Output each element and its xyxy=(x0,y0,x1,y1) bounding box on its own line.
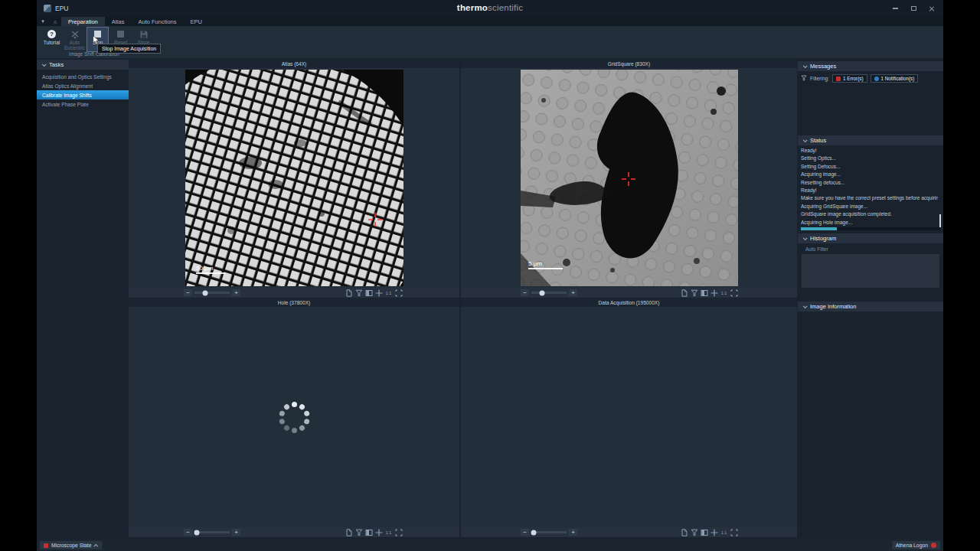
atlas-image-area[interactable]: 50 μm xyxy=(129,68,459,288)
zoom-slider-handle[interactable] xyxy=(194,530,199,535)
tab-atlas[interactable]: Atlas xyxy=(105,17,132,26)
snapshot-icon[interactable] xyxy=(680,289,688,297)
status-message-list: Ready! Setting Optics... Setting Defocus… xyxy=(801,147,938,227)
task-item-acquisition-optics[interactable]: Acquisition and Optics Settings xyxy=(37,72,129,81)
one-to-one-icon[interactable]: 1:1 xyxy=(384,528,393,536)
zoom-slider-handle[interactable] xyxy=(531,530,536,535)
zoom-out-button[interactable]: − xyxy=(521,529,529,536)
contrast-icon[interactable] xyxy=(700,289,708,297)
microscope-state-button[interactable]: Microscope State xyxy=(40,541,102,549)
panel-title: GridSquare (830X) xyxy=(461,60,797,68)
center-marker-icon[interactable] xyxy=(374,289,383,297)
one-to-one-icon[interactable]: 1:1 xyxy=(384,289,393,297)
tooltip: Stop Image Acquisition xyxy=(97,44,161,54)
fit-to-screen-icon[interactable] xyxy=(730,528,738,536)
status-line: Acquiring image... xyxy=(801,171,938,178)
panel-toolbar: − + 1:1 xyxy=(461,527,797,537)
zoom-slider-handle[interactable] xyxy=(202,290,207,295)
snapshot-icon[interactable] xyxy=(345,289,353,297)
tab-preparation[interactable]: Preparation xyxy=(61,17,105,26)
tutorial-button[interactable]: ? Tutorial xyxy=(41,28,62,51)
zoom-slider[interactable] xyxy=(194,292,230,294)
gridsquare-image-area[interactable]: 5 μm xyxy=(461,68,797,288)
panel-data-acquisition: Data Acquisition (195000X) − + 1:1 xyxy=(461,298,797,537)
one-to-one-icon[interactable]: 1:1 xyxy=(720,289,728,297)
status-line: Ready! xyxy=(801,147,938,155)
task-item-activate-phase-plate[interactable]: Activate Phase Plate xyxy=(37,99,129,109)
center-marker-icon[interactable] xyxy=(710,289,718,297)
zoom-slider[interactable] xyxy=(531,292,567,294)
tasks-header[interactable]: Tasks xyxy=(37,60,129,70)
status-header[interactable]: Status xyxy=(798,135,943,145)
fit-to-screen-icon[interactable] xyxy=(394,289,403,297)
tasks-sidebar: Tasks Acquisition and Optics Settings At… xyxy=(37,60,129,540)
tab-epu[interactable]: EPU xyxy=(184,17,209,26)
one-to-one-icon[interactable]: 1:1 xyxy=(720,528,728,536)
task-item-atlas-optics[interactable]: Atlas Optics Alignment xyxy=(37,81,129,90)
panel-title: Data Acquisition (195000X) xyxy=(461,298,797,307)
maximize-icon[interactable] xyxy=(910,5,917,12)
error-filter-badge[interactable]: 1 Error(s) xyxy=(832,74,867,83)
status-line: Setting Optics... xyxy=(801,155,938,162)
app-icon xyxy=(44,5,51,12)
snapshot-icon[interactable] xyxy=(345,528,353,536)
auto-filter-checkbox[interactable]: Auto Filter xyxy=(805,246,828,252)
store-icon xyxy=(139,29,149,39)
panel-toolbar: − + 1:1 xyxy=(461,288,797,298)
zoom-out-button[interactable]: − xyxy=(184,289,192,296)
zoom-out-button[interactable]: − xyxy=(521,289,529,296)
athena-logon-button[interactable]: Athena Logon xyxy=(892,541,940,549)
chevron-down-icon xyxy=(803,304,808,308)
minimize-icon[interactable] xyxy=(891,5,899,12)
image-information-header[interactable]: Image Information xyxy=(798,302,943,311)
filter-icon[interactable] xyxy=(354,289,363,297)
status-line: GridSquare image acquisition completed. xyxy=(801,210,938,218)
tab-auto-functions[interactable]: Auto Functions xyxy=(131,17,183,26)
close-icon[interactable] xyxy=(928,5,936,12)
zoom-slider[interactable] xyxy=(531,531,567,533)
contrast-icon[interactable] xyxy=(364,528,373,536)
contrast-icon[interactable] xyxy=(700,528,708,536)
panel-atlas: Atlas (64X) 5 xyxy=(129,60,459,298)
eucentric-icon xyxy=(70,29,80,39)
contrast-icon[interactable] xyxy=(364,289,373,297)
data-acquisition-image-area[interactable] xyxy=(461,307,797,527)
auto-eucentric-button[interactable]: Auto Eucentric xyxy=(64,28,85,51)
menu-caret-icon[interactable]: ▾ xyxy=(37,17,49,26)
ribbon-toolbar: ? Tutorial Auto Eucentric Stop Reset xyxy=(37,26,943,58)
zoom-slider[interactable] xyxy=(194,531,230,533)
task-item-calibrate-image-shifts[interactable]: Calibrate Image Shifts xyxy=(37,90,129,99)
center-marker-icon[interactable] xyxy=(374,528,383,536)
chevron-up-icon xyxy=(93,543,98,548)
fit-to-screen-icon[interactable] xyxy=(730,289,738,297)
zoom-in-button[interactable]: + xyxy=(232,529,240,536)
acquisition-progress-bar xyxy=(801,227,940,230)
notification-filter-badge[interactable]: 1 Notification(s) xyxy=(871,74,919,83)
fit-to-screen-icon[interactable] xyxy=(394,528,403,536)
zoom-out-button[interactable]: − xyxy=(184,529,192,536)
atlas-image[interactable]: 50 μm xyxy=(185,70,403,286)
histogram-header[interactable]: Histogram xyxy=(798,233,943,243)
zoom-in-button[interactable]: + xyxy=(569,529,577,536)
zoom-in-button[interactable]: + xyxy=(569,289,577,296)
messages-header[interactable]: Messages xyxy=(798,61,943,71)
filter-icon[interactable] xyxy=(690,289,698,297)
chevron-down-icon xyxy=(803,138,808,142)
status-line: Resetting defocus... xyxy=(801,179,938,187)
right-sidebar: Messages Filtering: 1 Error(s) 1 Notific… xyxy=(798,58,943,540)
zoom-in-button[interactable]: + xyxy=(232,289,240,296)
hole-image-area[interactable] xyxy=(129,307,459,527)
filter-icon[interactable] xyxy=(690,528,698,536)
home-icon[interactable]: ⌂ xyxy=(49,17,61,26)
snapshot-icon[interactable] xyxy=(680,528,688,536)
filter-icon[interactable] xyxy=(354,528,363,536)
panel-title: Atlas (64X) xyxy=(129,60,459,68)
zoom-slider-handle[interactable] xyxy=(539,290,544,295)
status-scrollbar[interactable] xyxy=(939,214,941,227)
center-marker-icon[interactable] xyxy=(710,528,718,536)
brand-light: scientific xyxy=(488,3,523,12)
scale-bar-label: 5 μm xyxy=(528,260,542,267)
filter-label: Filtering: xyxy=(810,76,829,81)
gridsquare-image[interactable]: 5 μm xyxy=(521,70,738,286)
scale-bar-label: 50 μm xyxy=(196,265,214,272)
